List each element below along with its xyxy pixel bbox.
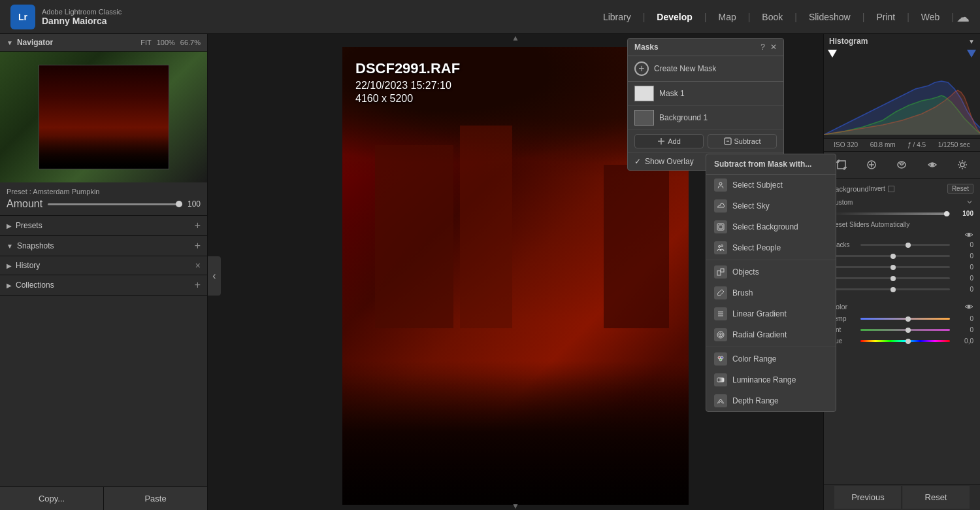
histogram-expand-icon[interactable]: ▼ <box>968 38 975 45</box>
main-slider-value: 100 <box>954 210 973 217</box>
redeye-tool-btn[interactable] <box>923 156 941 174</box>
history-collapse-icon[interactable]: ▶ <box>7 262 12 269</box>
dd-radial-gradient[interactable]: Radial Gradient <box>706 324 836 345</box>
main-slider-thumb[interactable] <box>944 211 949 216</box>
history-clear-btn[interactable]: × <box>195 260 201 271</box>
preset-amount-value: 100 <box>188 199 201 209</box>
dd-radial-gradient-label: Radial Gradient <box>732 330 787 339</box>
svg-point-32 <box>720 334 721 335</box>
histogram-canvas <box>824 50 980 135</box>
dd-select-sky[interactable]: Select Sky <box>706 196 836 216</box>
collections-collapse-icon[interactable]: ▶ <box>7 282 12 289</box>
create-new-mask-btn[interactable]: + Create New Mask <box>628 56 783 82</box>
dropdown-divider-2 <box>706 347 836 347</box>
blacks-thumb[interactable] <box>906 243 911 248</box>
blacks-value: 0 <box>954 241 973 248</box>
dd-select-people[interactable]: Select People <box>706 237 836 258</box>
photo-date: 22/10/2023 15:27:10 <box>355 80 460 92</box>
dd-color-range[interactable]: Color Range <box>706 348 836 369</box>
paste-button[interactable]: Paste <box>103 487 207 510</box>
hue-slider[interactable] <box>860 340 950 342</box>
nav-zoom1-btn[interactable]: 100% <box>157 39 175 46</box>
temp-slider[interactable] <box>860 318 950 320</box>
subtract-btn[interactable]: Subtract <box>708 134 777 148</box>
presets-collapse-icon[interactable]: ▶ <box>7 222 12 230</box>
hue-thumb[interactable] <box>906 339 911 344</box>
dd-brush[interactable]: Brush <box>706 282 836 303</box>
dropdown-divider-1 <box>706 260 836 260</box>
bottom-arrow-btn[interactable]: ▼ <box>506 502 525 510</box>
dd-luminance-range[interactable]: Luminance Range <box>706 369 836 390</box>
dd-linear-gradient[interactable]: Linear Gradient <box>706 303 836 324</box>
masks-help-btn[interactable]: ? <box>760 42 765 52</box>
nav-fit-btn[interactable]: FIT <box>140 39 152 46</box>
nav-zoom2-btn[interactable]: 66.7% <box>180 39 201 46</box>
main-slider[interactable] <box>830 212 950 215</box>
slider-1[interactable] <box>830 255 950 257</box>
mask-thumb-bg1 <box>634 110 654 126</box>
blacks-slider[interactable] <box>860 244 950 246</box>
nav-map[interactable]: Map <box>709 8 745 26</box>
mask-item-background1[interactable]: Background 1 <box>628 106 783 130</box>
slider-1-thumb[interactable] <box>890 254 896 259</box>
mask-item-1[interactable]: Mask 1 <box>628 82 783 106</box>
copy-button[interactable]: Copy... <box>0 487 103 510</box>
previous-button[interactable]: Previous <box>834 486 902 509</box>
slider-3-thumb[interactable] <box>890 276 896 281</box>
preset-slider[interactable] <box>48 203 182 205</box>
nav-print[interactable]: Print <box>867 8 904 26</box>
app-title: Adobe Lightroom Classic Danny Maiorca <box>42 8 122 26</box>
slider-4[interactable] <box>830 288 950 290</box>
left-arrow-btn[interactable]: ‹ <box>208 256 221 296</box>
dd-objects[interactable]: Objects <box>706 262 836 282</box>
histogram-area: Histogram ▼ <box>824 34 980 139</box>
nav-slideshow[interactable]: Slideshow <box>800 8 860 26</box>
reset-button[interactable]: Reset <box>902 486 970 509</box>
presets-label: Presets <box>16 221 42 230</box>
custom-arrow <box>966 198 973 206</box>
camera-iso: ISO 320 <box>834 141 858 148</box>
develop-panel: Background Invert Reset Custom 100 <box>824 178 980 484</box>
snapshots-collapse-icon[interactable]: ▼ <box>7 243 13 250</box>
heal-tool-btn[interactable] <box>862 156 881 174</box>
slider-4-value: 0 <box>954 286 973 293</box>
nav-develop[interactable]: Develop <box>647 8 701 26</box>
preset-slider-thumb[interactable] <box>176 201 182 207</box>
collections-label: Collections <box>16 280 54 290</box>
tint-slider[interactable] <box>860 329 950 331</box>
camera-aperture: ƒ / 4.5 <box>907 141 926 148</box>
dd-select-background[interactable]: Select Background <box>706 216 836 237</box>
add-icon <box>657 137 665 145</box>
settings-tool-btn[interactable] <box>953 156 972 174</box>
tint-thumb[interactable] <box>906 328 911 333</box>
temp-thumb[interactable] <box>906 316 911 322</box>
dd-depth-range-icon <box>714 394 727 407</box>
nav-book[interactable]: Book <box>753 8 792 26</box>
visibility-row <box>824 230 980 239</box>
topbar-left: Lr Adobe Lightroom Classic Danny Maiorca <box>10 5 122 29</box>
nav-library[interactable]: Library <box>594 8 640 26</box>
slider-2-thumb[interactable] <box>890 265 896 270</box>
slider-2[interactable] <box>830 266 950 268</box>
mask-tool-btn[interactable] <box>892 156 911 174</box>
slider-4-thumb[interactable] <box>890 287 896 292</box>
slider-row-3: 0 <box>824 273 980 284</box>
color-visibility-icon[interactable] <box>964 303 973 310</box>
top-arrow-btn[interactable]: ▲ <box>506 34 525 42</box>
invert-checkbox[interactable] <box>888 186 894 192</box>
navigator-collapse-icon[interactable]: ▼ <box>7 39 13 46</box>
slider-3[interactable] <box>830 277 950 279</box>
visibility-icon[interactable] <box>964 231 973 238</box>
dd-select-subject[interactable]: Select Subject <box>706 175 836 196</box>
snapshots-add-btn[interactable]: + <box>195 240 201 252</box>
nav-web[interactable]: Web <box>912 8 949 26</box>
add-btn[interactable]: Add <box>634 134 704 148</box>
presets-add-btn[interactable]: + <box>195 220 201 231</box>
reset-btn[interactable]: Reset <box>947 184 973 194</box>
panel-section-history: ▶ History × <box>0 256 207 275</box>
dd-linear-gradient-icon <box>714 307 727 320</box>
svg-point-12 <box>931 163 934 166</box>
dd-depth-range[interactable]: Depth Range <box>706 390 836 411</box>
collections-add-btn[interactable]: + <box>195 279 201 291</box>
masks-close-btn[interactable]: ✕ <box>770 42 777 52</box>
